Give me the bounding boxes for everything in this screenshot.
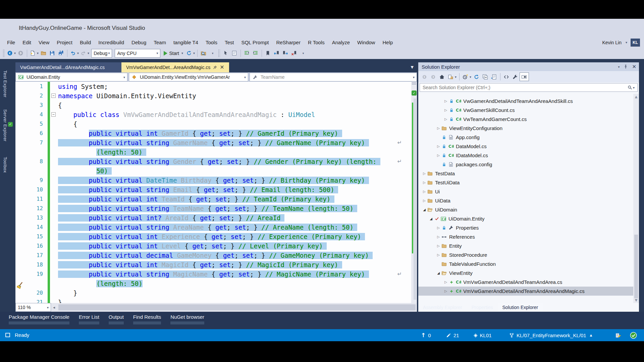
code-line[interactable]: 15 public virtual int Experience { get; … <box>15 232 411 241</box>
menu-tangible-t4[interactable]: tangible T4 <box>170 38 202 47</box>
panel-tab-assembly-explorer[interactable]: Assembly Explorer <box>418 303 467 312</box>
bookmark-button[interactable] <box>264 49 272 58</box>
menu-view[interactable]: View <box>35 38 53 47</box>
home-button[interactable] <box>438 72 446 81</box>
code-line[interactable]: 21} <box>15 298 411 303</box>
indent-in-button[interactable] <box>251 49 260 58</box>
preview-toggle-button[interactable] <box>520 72 529 81</box>
expander-collapsed-icon[interactable]: ▷ <box>443 99 448 103</box>
repository-indicator[interactable]: ◈ KL01 <box>474 329 492 341</box>
pin-icon[interactable] <box>624 65 628 69</box>
tree-item[interactable]: ▷Entity <box>418 241 633 250</box>
line-number[interactable]: 10 <box>15 185 48 194</box>
se-back-button[interactable] <box>420 72 429 81</box>
scroll-left-arrow-icon[interactable]: ◂ <box>51 305 57 310</box>
expander-collapsed-icon[interactable]: ▷ <box>443 289 448 293</box>
expander-collapsed-icon[interactable]: ▷ <box>443 117 448 121</box>
tree-item[interactable]: ◢ViewEntity <box>418 268 633 278</box>
scope-view-button[interactable]: ▾ <box>446 72 458 81</box>
configuration-dropdown[interactable]: Debug▾ <box>91 49 112 58</box>
toolbar-overflow-button[interactable]: ▾ <box>208 49 217 58</box>
solution-analysis-status[interactable] <box>630 329 637 341</box>
window-menu-icon[interactable]: ▾ <box>618 65 620 69</box>
line-number[interactable]: 7 <box>15 138 48 147</box>
line-number[interactable]: 4 <box>15 110 48 119</box>
line-number[interactable] <box>15 166 48 176</box>
line-number[interactable]: 5 <box>15 119 48 129</box>
line-number[interactable]: 2 <box>15 91 48 101</box>
bookmark-next-button[interactable] <box>281 49 290 58</box>
tree-item[interactable]: ▷ViewEntityConfiguration <box>418 124 633 133</box>
save-button[interactable] <box>48 49 57 58</box>
indent-out-button[interactable] <box>243 49 251 58</box>
code-line[interactable]: 8 public virtual string Gender { get; se… <box>15 157 411 166</box>
code-line[interactable]: 14 public virtual string AreaName { get;… <box>15 223 411 232</box>
tree-item[interactable]: ▷C#VwGamerSkillCount.cs <box>418 106 633 115</box>
nav-back-button[interactable]: ▾ <box>6 49 16 58</box>
code-line[interactable]: 16 public virtual int Level { get; set; … <box>15 241 411 251</box>
tree-item[interactable]: ▷TestData <box>418 169 633 178</box>
tab-list-dropdown-icon[interactable]: ▼ <box>411 65 414 69</box>
bottom-tab-output[interactable]: Output <box>109 314 124 329</box>
line-number[interactable]: 21 <box>15 298 48 303</box>
menu-resharper[interactable]: ReSharper <box>272 38 304 47</box>
collapse-region-icon[interactable]: − <box>51 94 56 98</box>
doc-outline-button[interactable] <box>230 49 239 58</box>
open-folder-button[interactable] <box>39 49 48 58</box>
menu-analyze[interactable]: Analyze <box>328 38 354 47</box>
code-line[interactable]: 13 public virtual int? AreaId { get; set… <box>15 213 411 223</box>
code-line[interactable]: 6 public virtual int GamerId { get; set;… <box>15 129 411 138</box>
document-tab[interactable]: VwGamerAndDetail...dAreaAndMagic.cs <box>15 62 121 72</box>
tree-item[interactable]: packages.config <box>418 160 633 169</box>
notes-tool-button[interactable] <box>615 329 621 341</box>
code-line[interactable]: 4− public class VmVwGamerAndDetailAndTea… <box>15 110 411 119</box>
bottom-tab-error-list[interactable]: Error List <box>79 314 99 329</box>
side-tab-server-explorer[interactable]: Server Explorer <box>3 109 8 141</box>
tree-item[interactable]: ▷C#VmVwGamerAndDetailAndTeamAndAreaAndMa… <box>418 287 633 296</box>
menu-test[interactable]: Test <box>221 38 238 47</box>
tree-item[interactable]: ▷UiData <box>418 196 633 205</box>
chevron-down-icon[interactable]: ▾ <box>633 86 635 89</box>
toolbar-overflow-button[interactable]: ▾ <box>299 49 307 58</box>
bottom-tab-find-results[interactable]: Find Results <box>133 314 161 329</box>
zoom-level-dropdown[interactable]: 110 % ▾ <box>15 303 51 312</box>
menu-edit[interactable]: Edit <box>19 38 35 47</box>
expander-collapsed-icon[interactable]: ▷ <box>436 244 441 248</box>
code-line[interactable]: 50) <box>15 166 411 176</box>
code-line[interactable]: 1using System; <box>15 82 411 91</box>
menu-incredibuild[interactable]: Incredibuild <box>95 38 128 47</box>
code-line[interactable]: 9 public virtual DateTime Birthday { get… <box>15 176 411 185</box>
pending-edits-indicator[interactable]: 21 <box>446 329 459 341</box>
code-line[interactable]: (length: 50) <box>15 147 411 157</box>
save-all-button[interactable] <box>57 49 65 58</box>
sync-active-button[interactable] <box>490 72 498 81</box>
line-number[interactable]: 14 <box>15 223 48 232</box>
menu-help[interactable]: Help <box>379 38 396 47</box>
code-line[interactable]: 19 public virtual string MagicName { get… <box>15 269 411 279</box>
side-tab-toolbox[interactable]: Toolbox <box>3 157 8 173</box>
code-line[interactable]: 10 public virtual string Email { get; se… <box>15 185 411 194</box>
close-tab-icon[interactable]: ✕ <box>220 62 224 72</box>
solution-explorer-title-bar[interactable]: Solution Explorer ▾ ✕ <box>418 62 639 71</box>
expander-collapsed-icon[interactable]: ▷ <box>436 126 441 130</box>
line-number[interactable]: 11 <box>15 194 48 204</box>
tree-item[interactable]: TableValuedFunction <box>418 259 633 268</box>
expander-collapsed-icon[interactable]: ▷ <box>436 253 441 257</box>
menu-build[interactable]: Build <box>76 38 95 47</box>
undo-button[interactable]: ▾ <box>69 49 79 58</box>
find-in-files-button[interactable] <box>199 49 208 58</box>
tree-item[interactable]: ◢C#UiDomain.Entity <box>418 214 633 223</box>
tree-item[interactable]: ▷C#VwGamerAndDetailAndTeamAndAreaAndSkil… <box>418 97 633 106</box>
line-number[interactable]: 8 <box>15 157 48 166</box>
expander-expanded-icon[interactable]: ◢ <box>422 208 427 212</box>
se-forward-button[interactable] <box>429 72 438 81</box>
expander-expanded-icon[interactable]: ◢ <box>436 271 441 275</box>
type-dropdown[interactable]: UiDomain.Entity.ViewEntity.VmVwGamerAr ▾ <box>129 73 248 81</box>
collapse-region-icon[interactable]: − <box>51 112 56 117</box>
expander-collapsed-icon[interactable]: ▷ <box>422 190 427 193</box>
bookmark-clear-button[interactable] <box>290 49 299 58</box>
line-number[interactable]: 15 <box>15 232 48 241</box>
tree-item[interactable]: ▷References <box>418 232 633 241</box>
menu-team[interactable]: Team <box>150 38 170 47</box>
nav-forward-button[interactable] <box>16 49 25 58</box>
